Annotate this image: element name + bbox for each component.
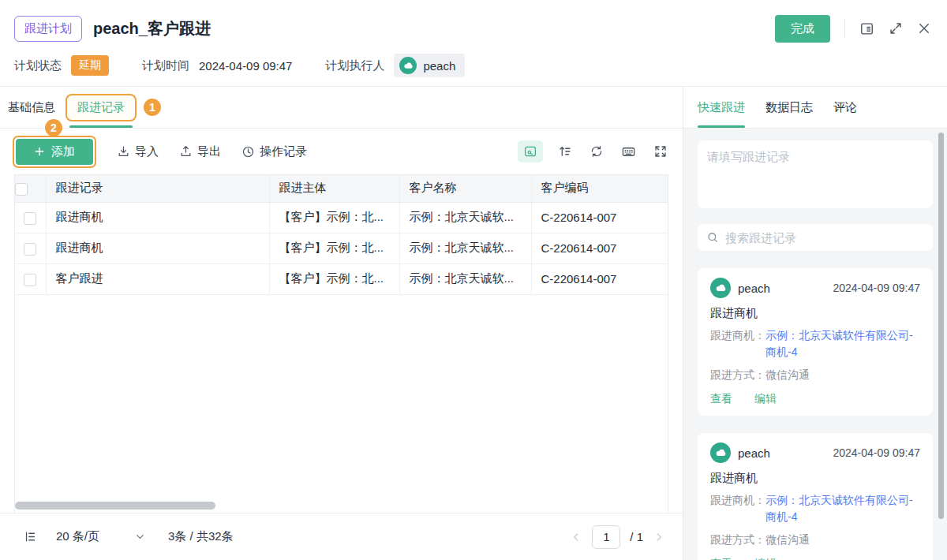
tab-comments[interactable]: 评论 [833,87,857,128]
executor-pill[interactable]: peach [394,54,465,77]
done-button[interactable]: 完成 [775,15,830,43]
operation-log-button[interactable]: 操作记录 [241,144,307,159]
column-header[interactable]: 跟进主体 [269,175,399,202]
executor-name: peach [423,59,455,73]
opportunity-link[interactable]: 示例：北京天诚软件有限公司-商机-4 [765,492,920,525]
column-header[interactable]: 客户名称 [399,175,531,202]
view-link[interactable]: 查看 [710,392,732,406]
cell-record-name[interactable]: 跟进商机 [46,202,269,233]
plus-icon [34,146,45,157]
time-label: 计划时间 [142,58,189,73]
card-title: 跟进商机 [710,471,920,486]
column-header[interactable]: 客户编码 [531,175,668,202]
records-table: 跟进记录 跟进主体 客户名称 客户编码 跟进商机 【客户】示例：北... 示例：… [14,174,668,513]
search-box [698,224,933,251]
horizontal-scrollbar[interactable] [15,502,215,510]
chevron-down-icon[interactable] [134,531,146,543]
side-panel: 快速跟进 数据日志 评论 [683,87,947,560]
follow-record-card: peach 2024-04-09 09:47 跟进商机 跟进商机： 示例：北京天… [698,268,933,416]
row-checkbox[interactable] [24,274,36,286]
follow-record-textarea[interactable] [698,140,933,208]
import-button[interactable]: 导入 [117,144,159,159]
export-button[interactable]: 导出 [179,144,221,159]
panel-tabbar: 快速跟进 数据日志 评论 [683,87,947,129]
table-toolbar: 添加 导入 导出 操作记录 [0,129,683,174]
expand-window-icon[interactable] [889,21,903,35]
prev-page-icon[interactable] [570,531,582,543]
status-label: 计划状态 [14,58,62,73]
annotation-step-1: 1 [144,99,161,116]
cell-subject: 【客户】示例：北... [269,202,399,233]
search-input[interactable] [725,231,924,245]
active-tab-underline [698,125,745,128]
pagination: 1 / 1 [570,525,665,549]
card-title: 跟进商机 [710,306,920,321]
table-row[interactable]: 跟进商机 【客户】示例：北... 示例：北京天诚软... C-220614-00… [15,202,668,233]
page-number-input[interactable]: 1 [592,525,620,549]
follow-record-card: peach 2024-04-09 09:47 跟进商机 跟进商机： 示例：北京天… [698,433,933,560]
total-pages: / 1 [630,530,643,543]
card-field-value: 微信沟通 [765,532,810,548]
close-icon[interactable] [917,21,931,35]
cell-customer-name: 示例：北京天诚软... [399,263,531,294]
main-tabbar: 基础信息 跟进记录 1 2 [0,87,683,129]
tab-follow-records[interactable]: 跟进记录 [66,94,137,121]
main-area: 基础信息 跟进记录 1 2 添加 导入 [0,87,683,560]
card-view-toggle-icon[interactable] [518,140,543,162]
page-title: peach_客户跟进 [93,18,211,39]
card-field-value: 微信沟通 [765,367,810,383]
vertical-scrollbar[interactable] [938,133,944,519]
table-footer: 20 条/页 3条 / 共32条 1 / 1 [0,513,683,560]
edit-link[interactable]: 编辑 [754,392,777,406]
user-avatar [399,57,417,74]
clock-icon [241,145,255,159]
cell-customer-code: C-220614-007 [531,233,668,263]
fullscreen-icon[interactable] [651,142,670,161]
status-badge: 延期 [71,55,109,76]
card-field-label: 跟进商机： [710,327,765,360]
refresh-icon[interactable] [587,142,606,161]
executor-label: 计划执行人 [325,58,384,73]
card-timestamp: 2024-04-09 09:47 [833,446,920,459]
opportunity-link[interactable]: 示例：北京天诚软件有限公司-商机-4 [765,327,920,360]
annotation-step-2: 2 [45,119,62,136]
tab-quick-follow[interactable]: 快速跟进 [698,87,745,128]
search-icon [706,231,719,244]
card-field-label: 跟进方式： [710,532,765,548]
plan-meta-row: 计划状态 延期 计划时间 2024-04-09 09:47 计划执行人 peac… [14,54,931,77]
quick-note-card [698,140,933,208]
table-row[interactable]: 跟进商机 【客户】示例：北... 示例：北京天诚软... C-220614-00… [15,233,668,263]
panel-body: peach 2024-04-09 09:47 跟进商机 跟进商机： 示例：北京天… [683,129,947,560]
select-all-checkbox[interactable] [15,183,28,196]
page-size-icon[interactable] [24,530,37,543]
record-count: 3条 / 共32条 [168,529,234,544]
page-size-select[interactable]: 20 条/页 [56,529,99,544]
cell-customer-name: 示例：北京天诚软... [399,233,531,263]
tab-data-log[interactable]: 数据日志 [765,87,813,128]
detail-panel-icon[interactable] [859,21,874,36]
row-checkbox[interactable] [24,243,36,256]
cell-record-name[interactable]: 跟进商机 [46,233,269,263]
header: 跟进计划 peach_客户跟进 完成 计划状态 延期 计划时间 2024-04-… [0,0,947,87]
export-icon [179,145,193,159]
table-row[interactable]: 客户跟进 【客户】示例：北... 示例：北京天诚软... C-220614-00… [15,263,668,294]
display-order-icon[interactable] [556,142,575,161]
add-button[interactable]: 添加 [16,139,93,165]
tab-basic-info[interactable]: 基础信息 [8,100,55,115]
card-username: peach [738,446,770,460]
card-timestamp: 2024-04-09 09:47 [833,282,920,294]
card-username: peach [738,282,770,295]
view-link[interactable]: 查看 [710,557,732,560]
keyboard-icon[interactable] [619,142,638,162]
edit-link[interactable]: 编辑 [754,557,777,560]
next-page-icon[interactable] [653,531,665,543]
follow-up-plan-window: 跟进计划 peach_客户跟进 完成 计划状态 延期 计划时间 2024-04-… [0,0,947,560]
cell-record-name[interactable]: 客户跟进 [46,263,269,294]
cell-subject: 【客户】示例：北... [269,263,399,294]
import-icon [117,145,130,159]
column-header[interactable]: 跟进记录 [46,175,269,202]
card-field-label: 跟进方式： [710,367,765,383]
row-checkbox[interactable] [24,212,36,225]
user-avatar [710,442,731,463]
plan-type-badge: 跟进计划 [14,16,82,42]
